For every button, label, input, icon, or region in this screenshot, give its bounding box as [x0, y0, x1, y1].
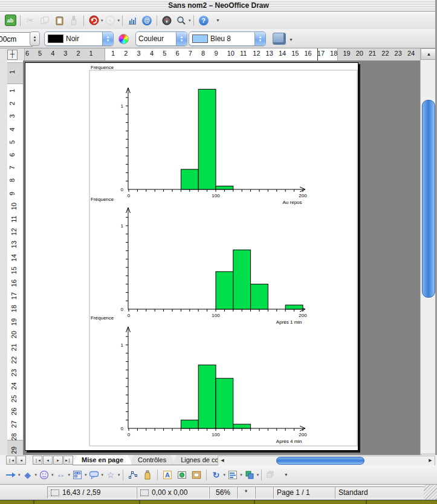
stars-icon[interactable]: ☆	[103, 468, 118, 482]
ruler-number: 24	[10, 382, 18, 389]
fill-type-dropdown[interactable]: ▲▼	[176, 32, 187, 45]
scroll-right-icon[interactable]: ▶	[426, 456, 435, 464]
edit-points-icon[interactable]	[126, 468, 140, 482]
svg-text:200: 200	[299, 193, 307, 198]
fill-type-combo[interactable]: Couleur ▲▼	[135, 31, 187, 46]
toolbar-options-icon[interactable]: ▼	[289, 38, 293, 42]
chart-icon[interactable]	[125, 13, 140, 28]
ruler-origin-icon[interactable]: ┼	[7, 50, 18, 60]
fill-color-dropdown[interactable]: ▲▼	[254, 32, 265, 45]
toolbar-separator	[157, 470, 158, 480]
svg-text:0: 0	[121, 307, 124, 312]
fontwork-icon[interactable]: A	[160, 468, 175, 482]
toolbar-options-icon[interactable]: ▼	[279, 468, 293, 482]
line-color-combo[interactable]: Noir ▲▼	[44, 31, 114, 46]
tab-nav-next[interactable]: ▸	[53, 456, 63, 465]
color-wheel-icon[interactable]	[118, 34, 129, 44]
zoom-level: 56%	[216, 488, 230, 497]
ruler-number: 16	[10, 280, 18, 287]
callouts-icon[interactable]	[87, 468, 102, 482]
tab-nav-prev[interactable]: ◂	[43, 456, 53, 465]
rotate-icon[interactable]: ↻	[209, 468, 224, 482]
line-width-stepper[interactable]: ▲▼	[30, 31, 40, 46]
help-icon[interactable]: ?	[196, 13, 211, 28]
cursor-position: 16,43 / 2,59	[62, 488, 100, 497]
horizontal-scroll-thumb[interactable]	[276, 457, 364, 465]
ruler-number: 14	[279, 50, 286, 57]
scroll-up-icon[interactable]: ▲	[421, 48, 437, 60]
svg-text:Au repos: Au repos	[283, 200, 302, 205]
page-number: Page 1 / 1	[277, 488, 310, 497]
tab-nav-last[interactable]: ▸❘	[63, 456, 73, 465]
flowchart-icon[interactable]	[70, 468, 85, 482]
ruler-number: 22	[381, 50, 389, 57]
undo-dropdown-icon[interactable]: ▾	[101, 18, 103, 23]
zoom-level-cell[interactable]: 56%	[209, 486, 237, 499]
ruler-number: 3	[63, 50, 67, 57]
gallery-icon[interactable]	[189, 468, 204, 482]
ruler-number: 5	[38, 50, 42, 57]
toolbar-options-icon[interactable]: ▼	[211, 13, 225, 28]
fill-color-label: Bleu 8	[208, 34, 254, 43]
resize-grip[interactable]	[424, 485, 437, 500]
line-color-swatch	[48, 34, 63, 43]
ruler-number: 12	[253, 50, 260, 57]
arrange-icon[interactable]	[242, 468, 257, 482]
toolbar-separator	[157, 15, 157, 26]
ruler-scroll-button[interactable]: ◂	[16, 456, 26, 465]
zoom-dropdown-icon[interactable]: ▾	[189, 18, 191, 23]
glue-points-icon[interactable]	[140, 468, 155, 482]
ruler-scroll-button[interactable]: ❘◂	[6, 456, 16, 465]
redo-dropdown-icon: ▾	[118, 18, 120, 23]
horizontal-scrollbar[interactable]: ◀ ▶	[218, 456, 435, 466]
zoom-icon[interactable]	[174, 13, 189, 28]
ruler-number: 11	[240, 50, 247, 57]
line-color-dropdown[interactable]: ▲▼	[102, 32, 113, 45]
spellcheck-icon[interactable]: ab	[3, 13, 18, 28]
desktop-background-strip	[0, 500, 437, 504]
tab-nav-first[interactable]: ❘◂	[33, 456, 42, 465]
title-bar[interactable]: Sans nom2 – NeoOffice Draw	[0, 0, 437, 11]
ruler-number: 2	[8, 102, 16, 105]
undo-icon[interactable]	[86, 13, 101, 28]
basic-shapes-icon[interactable]: ◆	[21, 468, 35, 482]
vertical-ruler[interactable]: 1123456789101112131415161718192021222324…	[7, 61, 24, 455]
fill-color-combo[interactable]: Bleu 8 ▲▼	[189, 31, 266, 46]
arrow-tool-icon[interactable]	[4, 468, 18, 482]
arrow-tool-dropdown-icon[interactable]: ▾	[18, 473, 21, 477]
main-toolbar: ab✂▾▾@▾?▼	[0, 11, 437, 30]
alignment-icon[interactable]	[225, 468, 240, 482]
line-width-field[interactable]	[0, 32, 33, 47]
ruler-number: 21	[10, 344, 18, 351]
ruler-number: 4	[51, 50, 54, 57]
navigator-icon[interactable]	[160, 13, 174, 28]
shadow-icon[interactable]	[273, 33, 286, 45]
template-cell[interactable]: Standard	[335, 486, 427, 499]
ruler-number: 4	[8, 128, 16, 131]
ruler-number: 26	[10, 408, 18, 415]
drawing-canvas[interactable]: Fréquence010100200Au reposFréquence01010…	[23, 61, 420, 455]
stars-dropdown-icon[interactable]: ▾	[118, 473, 120, 477]
arrange-dropdown-icon[interactable]: ▾	[257, 473, 259, 477]
ruler-number: 29	[10, 446, 18, 453]
paste-icon[interactable]	[52, 13, 66, 28]
page-number-cell[interactable]: Page 1 / 1	[273, 486, 336, 499]
tab-contrôles[interactable]: Contrôles	[129, 455, 175, 465]
object-size-cell: 0,00 x 0,00	[137, 486, 209, 499]
hyperlink-icon[interactable]: @	[140, 13, 154, 28]
line-color-label: Noir	[63, 34, 102, 43]
object-size: 0,00 x 0,00	[152, 488, 187, 497]
cut-icon: ✂	[23, 13, 37, 28]
vertical-scrollbar[interactable]: ▲ ▼	[420, 48, 436, 465]
horizontal-ruler[interactable]: 6543211234567891011121314151617181920212…	[24, 48, 420, 61]
insert-image-icon[interactable]	[175, 468, 189, 482]
vertical-scroll-thumb[interactable]	[422, 100, 435, 298]
scroll-left-icon[interactable]: ◀	[218, 456, 227, 464]
ruler-number: 9	[214, 50, 218, 57]
toolbar-separator	[123, 470, 123, 480]
ruler-number: 17	[10, 292, 18, 299]
block-arrows-icon[interactable]: ⇔	[54, 468, 68, 482]
ruler-number: 6	[8, 153, 16, 157]
symbol-shapes-icon[interactable]	[37, 468, 51, 482]
tab-mise-en-page[interactable]: Mise en page	[73, 455, 132, 465]
